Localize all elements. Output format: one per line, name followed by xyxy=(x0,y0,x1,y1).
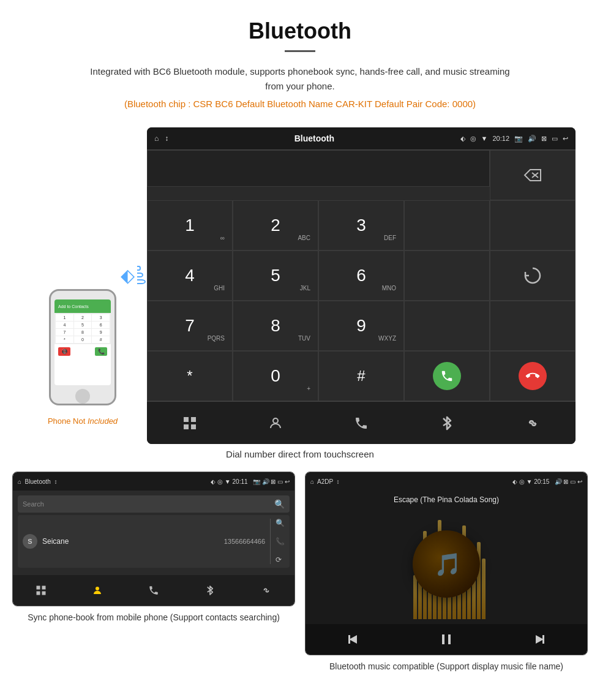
bt-status-icon: ⬖ xyxy=(460,135,465,143)
dial-empty-3 xyxy=(404,250,490,301)
pb-search-bar[interactable]: Search 🔍 xyxy=(18,495,290,513)
dial-empty-2 xyxy=(490,200,576,250)
signal-icon: ▼ xyxy=(481,135,488,142)
toolbar-link-btn[interactable] xyxy=(490,402,576,444)
backspace-button[interactable] xyxy=(490,150,576,200)
pb-toolbar-grid[interactable] xyxy=(13,575,69,606)
phone-key-1: 1 xyxy=(56,314,73,321)
play-pause-button[interactable] xyxy=(399,624,493,655)
pb-status-left: ⌂ Bluetooth ↕ xyxy=(18,478,57,485)
svg-marker-0 xyxy=(525,170,541,181)
dial-key-6[interactable]: 6MNO xyxy=(318,250,404,301)
status-right: ⬖ ◎ ▼ 20:12 📷 🔊 ⊠ ▭ ↩ xyxy=(460,135,568,143)
car-status-bar: ⌂ ↕ Bluetooth ⬖ ◎ ▼ 20:12 📷 🔊 ⊠ ▭ ↩ xyxy=(147,127,576,149)
location-icon: ◎ xyxy=(470,135,476,143)
svg-point-14 xyxy=(96,587,99,590)
music-album-art: 🎵 xyxy=(413,530,480,598)
dial-key-1[interactable]: 1∞ xyxy=(147,200,233,250)
svg-rect-10 xyxy=(37,586,40,590)
phonebook-caption: Sync phone-book from mobile phone (Suppo… xyxy=(12,611,295,624)
page-title: Bluetooth xyxy=(12,18,588,44)
search-icon[interactable]: 🔍 xyxy=(274,499,285,509)
phone-mockup: ⬖ Add to Contacts 1 2 3 xyxy=(24,127,147,444)
svg-rect-17 xyxy=(442,634,444,644)
contact-avatar: S xyxy=(23,534,37,549)
contact-number: 13566664466 xyxy=(224,538,265,545)
status-app-name: Bluetooth xyxy=(294,134,334,143)
pb-toolbar-link[interactable] xyxy=(238,575,294,606)
svg-rect-18 xyxy=(448,634,451,644)
camera-icon[interactable]: 📷 xyxy=(514,135,523,143)
svg-marker-19 xyxy=(536,635,544,644)
pb-toolbar-contact-active[interactable] xyxy=(69,575,126,606)
dial-key-5[interactable]: 5JKL xyxy=(233,250,318,301)
time-display: 20:12 xyxy=(492,135,509,142)
phone-key-0: 0 xyxy=(74,336,92,343)
dial-key-2[interactable]: 2ABC xyxy=(233,200,318,250)
pb-status-right: ⬖ ◎ ▼ 20:11 📷 🔊 ⊠ ▭ ↩ xyxy=(211,478,290,485)
pb-toolbar-phone[interactable] xyxy=(126,575,182,606)
car-dial-toolbar xyxy=(147,401,576,444)
dial-pad-grid: 1∞ 2ABC 3DEF 4GHI 5JKL 6MNO xyxy=(147,149,576,401)
dial-caption: Dial number direct from touchscreen xyxy=(0,449,600,459)
pb-toolbar xyxy=(13,575,294,606)
phone-key-9: 9 xyxy=(92,329,110,336)
dial-empty-1 xyxy=(404,200,490,250)
music-status-right: ⬖ ◎ ▼ 20:15 🔊 ⊠ ▭ ↩ xyxy=(512,478,582,485)
phone-body: Add to Contacts 1 2 3 4 5 6 7 8 9 * 0 xyxy=(49,289,116,405)
contact-row[interactable]: S Seicane 13566664466 🔍 📞 ⟳ xyxy=(18,515,290,568)
phone-key-8: 8 xyxy=(74,329,92,336)
dial-key-star[interactable]: * xyxy=(147,351,233,401)
phonebook-block: ⌂ Bluetooth ↕ ⬖ ◎ ▼ 20:11 📷 🔊 ⊠ ▭ ↩ Sear… xyxy=(12,472,295,673)
refresh-button[interactable] xyxy=(490,250,576,301)
dial-key-hash[interactable]: # xyxy=(318,351,404,401)
close-icon[interactable]: ⊠ xyxy=(541,135,547,143)
toolbar-bt-btn[interactable] xyxy=(404,402,490,444)
pb-toolbar-bt[interactable] xyxy=(182,575,238,606)
phone-screen: Add to Contacts 1 2 3 4 5 6 7 8 9 * 0 xyxy=(54,299,111,385)
svg-rect-13 xyxy=(42,592,46,595)
pb-right-refresh-icon[interactable]: ⟳ xyxy=(276,555,285,564)
svg-rect-3 xyxy=(184,417,189,422)
svg-rect-6 xyxy=(191,424,196,429)
hangup-icon[interactable] xyxy=(519,362,547,390)
bottom-screens: ⌂ Bluetooth ↕ ⬖ ◎ ▼ 20:11 📷 🔊 ⊠ ▭ ↩ Sear… xyxy=(0,472,600,673)
phone-key-3: 3 xyxy=(92,314,110,321)
back-icon[interactable]: ↩ xyxy=(563,135,568,143)
prev-button[interactable] xyxy=(306,624,399,655)
phone-key-7: 7 xyxy=(56,329,73,336)
call-button[interactable] xyxy=(404,351,490,401)
phone-key-6: 6 xyxy=(92,322,110,328)
dial-key-0[interactable]: 0+ xyxy=(233,351,318,401)
window-icon[interactable]: ▭ xyxy=(552,135,558,143)
dial-key-8[interactable]: 8TUV xyxy=(233,301,318,351)
dial-key-7[interactable]: 7PQRS xyxy=(147,301,233,351)
phone-key-star: * xyxy=(56,336,73,343)
svg-text:🎵: 🎵 xyxy=(434,551,462,578)
pb-right-call-icon[interactable]: 📞 xyxy=(276,537,285,546)
music-status-bar: ⌂ A2DP ↕ ⬖ ◎ ▼ 20:15 🔊 ⊠ ▭ ↩ xyxy=(306,472,587,491)
title-divider xyxy=(285,50,315,52)
phone-key-4: 4 xyxy=(56,322,73,328)
svg-rect-4 xyxy=(191,417,196,422)
toolbar-contact-btn[interactable] xyxy=(233,402,318,444)
car-dial-screen: ⌂ ↕ Bluetooth ⬖ ◎ ▼ 20:12 📷 🔊 ⊠ ▭ ↩ xyxy=(147,127,576,444)
page-header: Bluetooth Integrated with BC6 Bluetooth … xyxy=(0,0,600,127)
pb-right-search-icon[interactable]: 🔍 xyxy=(276,519,285,527)
home-icon[interactable]: ⌂ xyxy=(154,134,159,143)
toolbar-grid-btn[interactable] xyxy=(147,402,233,444)
next-button[interactable] xyxy=(493,624,587,655)
dial-key-4[interactable]: 4GHI xyxy=(147,250,233,301)
dial-key-3[interactable]: 3DEF xyxy=(318,200,404,250)
pb-body: Search 🔍 S Seicane 13566664466 🔍 📞 ⟳ xyxy=(13,491,294,575)
dial-empty-5 xyxy=(490,301,576,351)
call-icon[interactable] xyxy=(433,362,461,390)
phone-screen-header: Add to Contacts xyxy=(54,299,111,313)
volume-icon[interactable]: 🔊 xyxy=(528,135,536,143)
dial-key-9[interactable]: 9WXYZ xyxy=(318,301,404,351)
hangup-button[interactable] xyxy=(490,351,576,401)
toolbar-phone-btn[interactable] xyxy=(318,402,404,444)
page-description: Integrated with BC6 Bluetooth module, su… xyxy=(86,64,514,94)
svg-rect-5 xyxy=(184,424,189,429)
dial-display xyxy=(147,150,490,187)
